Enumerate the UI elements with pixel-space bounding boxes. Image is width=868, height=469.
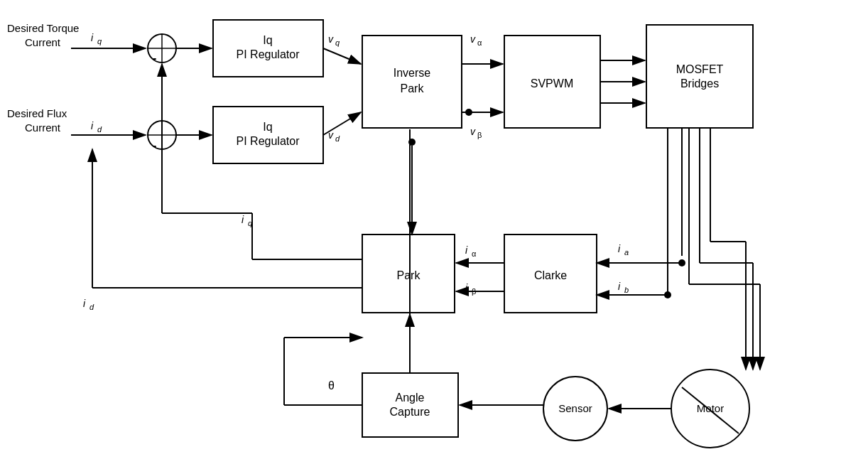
inverse-park-label2: Park	[401, 82, 425, 95]
ib-label-sub: b	[624, 286, 629, 294]
vq-label-sub: q	[335, 38, 340, 47]
vd-label-sub: d	[335, 134, 340, 143]
sensor-label: Sensor	[558, 402, 592, 414]
desired-torque-label: Desired Torque	[7, 22, 79, 34]
clarke-label: Clarke	[534, 269, 567, 281]
inverse-park-block	[362, 36, 462, 128]
vbeta-label-sub: β	[477, 131, 482, 139]
id-input-label-sub: d	[97, 125, 102, 134]
svg-point-48	[465, 109, 472, 116]
svpwm-label: SVPWM	[531, 77, 573, 90]
id-regulator-label: Iq	[263, 121, 272, 133]
ia-label-sub: a	[624, 248, 629, 257]
ialpha-label: i	[465, 244, 468, 256]
id-input-label: i	[91, 120, 94, 131]
iq-sum-minus: -	[153, 52, 156, 64]
iq-feedback-label: i	[242, 214, 244, 225]
id-sum-minus: -	[153, 139, 156, 151]
id-feedback-label-sub: d	[89, 303, 94, 311]
desired-torque-label2: Current	[25, 36, 61, 48]
angle-capture-label2: Capture	[390, 406, 430, 418]
mosfet-block	[646, 25, 753, 128]
iq-input-label-sub: q	[97, 37, 102, 45]
desired-flux-label: Desired Flux	[7, 107, 67, 119]
svg-line-11	[323, 48, 361, 64]
block-diagram: Iq PI Regulator Iq PI Regulator Inverse …	[0, 0, 868, 469]
ialpha-label-sub: α	[472, 249, 477, 258]
id-regulator-label2: PI Regulator	[237, 135, 300, 147]
vq-label: v	[328, 33, 334, 45]
valpha-label: v	[470, 33, 476, 45]
iq-input-label: i	[91, 32, 94, 43]
angle-capture-label: Angle	[396, 392, 425, 404]
theta-label: θ	[328, 379, 335, 392]
inverse-park-label: Inverse	[394, 67, 431, 79]
mosfet-label: MOSFET	[676, 63, 724, 75]
svg-line-12	[323, 112, 361, 135]
iq-regulator-label: Iq	[263, 34, 272, 46]
id-feedback-label: i	[83, 298, 86, 309]
ib-label: i	[618, 281, 621, 292]
mosfet-label2: Bridges	[680, 77, 719, 90]
motor-label: Motor	[697, 402, 724, 414]
desired-flux-label2: Current	[25, 122, 61, 134]
park-label: Park	[397, 269, 421, 281]
vbeta-label: v	[470, 126, 476, 137]
angle-capture-block	[362, 373, 458, 437]
ia-label: i	[618, 243, 621, 254]
valpha-label-sub: α	[477, 38, 482, 47]
iq-regulator-label2: PI Regulator	[237, 48, 300, 60]
diagram-container: Iq PI Regulator Iq PI Regulator Inverse …	[0, 0, 868, 469]
